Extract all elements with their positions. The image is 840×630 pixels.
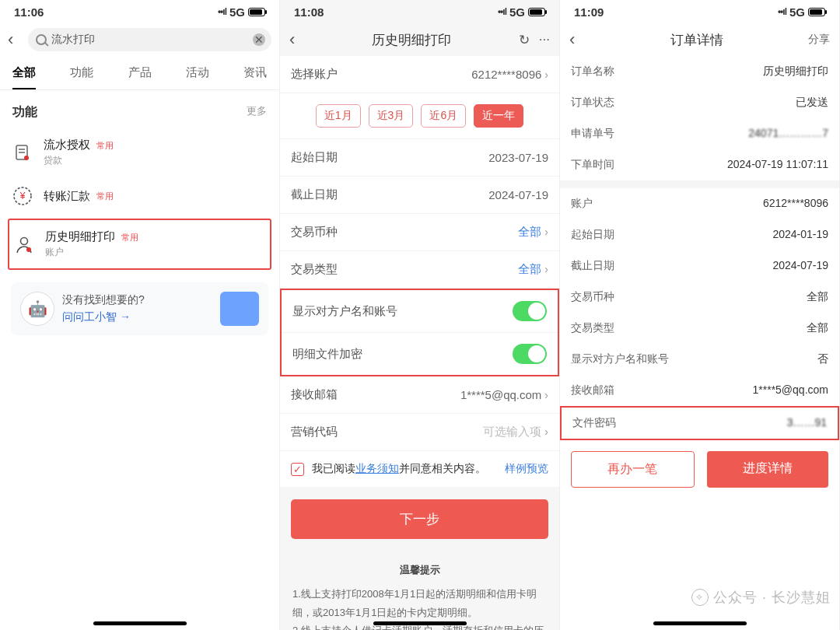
currency-value: 全部 <box>518 225 541 238</box>
more-link[interactable]: 更多 <box>247 104 267 121</box>
row-show-counter: 显示对方户名和账号 <box>282 290 558 333</box>
chevron-right-icon: › <box>544 68 548 81</box>
assistant-card[interactable]: 🤖 没有找到想要的? 问问工小智 → <box>11 282 268 335</box>
email-label: 接收邮箱 <box>291 387 338 402</box>
terms-link[interactable]: 业务须知 <box>355 462 399 474</box>
tab-news[interactable]: 资讯 <box>243 58 267 89</box>
bot-icon: 🤖 <box>20 292 54 326</box>
kv-key: 起始日期 <box>571 228 614 242</box>
assist-link[interactable]: 问问工小智 → <box>62 310 145 324</box>
status-bar: 11:06 ••ıl 5G <box>0 0 279 23</box>
back-icon[interactable]: ‹ <box>289 30 305 50</box>
kv-key: 下单时间 <box>571 158 614 172</box>
search-input[interactable]: 流水打印 ✕ <box>28 28 271 51</box>
list-item[interactable]: ¥ 转账汇款常用 <box>0 177 279 215</box>
kv-value: 已发送 <box>796 96 828 110</box>
pwd-label: 文件密码 <box>572 416 616 430</box>
start-value: 2023-07-19 <box>488 151 548 164</box>
kv-value: 6212****8096 <box>763 197 828 211</box>
toggle-show-counter[interactable] <box>513 301 547 321</box>
toggle-encrypt[interactable] <box>513 344 547 364</box>
home-indicator <box>93 621 187 625</box>
kv-row: 起始日期2024-01-19 <box>560 219 839 250</box>
kv-row: 交易类型全部 <box>560 313 839 344</box>
signal-icon: ••ıl <box>218 6 226 17</box>
assist-card-icon <box>220 292 259 326</box>
more-icon[interactable]: ··· <box>539 32 550 48</box>
network-label: 5G <box>789 5 805 19</box>
home-indicator <box>373 621 467 625</box>
share-button[interactable]: 分享 <box>808 33 830 47</box>
kv-value: 全部 <box>807 321 828 335</box>
kv-value: 2024-07-19 11:07:11 <box>727 158 828 172</box>
pwd-value: 3……91 <box>787 416 827 430</box>
transfer-icon: ¥ <box>12 186 33 206</box>
back-icon[interactable]: ‹ <box>8 30 23 50</box>
signal-icon: ••ıl <box>498 6 506 17</box>
page-header: ‹ 历史明细打印 ↻ ··· <box>280 23 559 56</box>
svg-point-7 <box>26 247 31 252</box>
start-label: 起始日期 <box>291 150 338 165</box>
kv-row: 显示对方户名和账号否 <box>560 344 839 375</box>
date-range-chips: 近1月 近3月 近6月 近一年 <box>280 93 559 139</box>
kv-key: 申请单号 <box>571 127 614 141</box>
agree-checkbox[interactable]: ✓ <box>291 463 304 476</box>
row-promo[interactable]: 营销代码 可选输入项› <box>280 414 559 451</box>
chip-3m[interactable]: 近3月 <box>369 104 414 128</box>
kv-key: 显示对方户名和账号 <box>571 352 669 366</box>
status-bar: 11:09 ••ıl 5G <box>560 0 839 23</box>
list-item-history-print[interactable]: 历史明细打印常用 账户 <box>9 220 270 268</box>
common-tag: 常用 <box>96 191 114 201</box>
search-icon <box>36 34 47 45</box>
tab-activity[interactable]: 活动 <box>186 58 209 89</box>
again-button[interactable]: 再办一笔 <box>571 451 695 488</box>
signal-icon: ••ıl <box>778 6 786 17</box>
tab-function[interactable]: 功能 <box>70 58 93 89</box>
kv-value: 24071…………7 <box>748 127 828 141</box>
status-time: 11:09 <box>574 5 604 19</box>
highlight-box: 历史明细打印常用 账户 <box>8 219 271 270</box>
clear-icon[interactable]: ✕ <box>253 33 265 46</box>
tab-all[interactable]: 全部 <box>12 58 36 89</box>
page-title: 订单详情 <box>585 31 808 49</box>
next-button[interactable]: 下一步 <box>291 499 548 539</box>
row-encrypt: 明细文件加密 <box>282 333 558 375</box>
refresh-icon[interactable]: ↻ <box>519 32 530 48</box>
back-icon[interactable]: ‹ <box>569 30 585 50</box>
kv-row: 截止日期2024-07-19 <box>560 250 839 282</box>
item-name: 历史明细打印 <box>45 229 115 243</box>
pane-order-detail: 11:09 ••ıl 5G ‹ 订单详情 分享 订单名称历史明细打印 订单状态已… <box>560 0 840 630</box>
row-email[interactable]: 接收邮箱 1****5@qq.com› <box>280 376 559 414</box>
home-indicator <box>653 621 747 625</box>
promo-label: 营销代码 <box>291 425 338 439</box>
section-header: 功能 更多 <box>0 90 279 128</box>
item-name: 转账汇款 <box>44 189 90 202</box>
common-tag: 常用 <box>96 141 114 150</box>
row-start-date[interactable]: 起始日期 2023-07-19 <box>280 139 559 177</box>
progress-button[interactable]: 进度详情 <box>707 451 829 488</box>
chip-1y[interactable]: 近一年 <box>474 104 523 128</box>
watermark: ✧ 公众号 · 长沙慧姐 <box>691 588 831 607</box>
item-name: 流水授权 <box>44 138 90 151</box>
currency-label: 交易币种 <box>291 225 338 240</box>
chip-6m[interactable]: 近6月 <box>421 104 466 128</box>
list-item[interactable]: 流水授权常用 贷款 <box>0 128 279 177</box>
account-label: 选择账户 <box>291 67 338 82</box>
row-account[interactable]: 选择账户 6212****8096› <box>280 56 559 93</box>
tab-product[interactable]: 产品 <box>128 58 152 89</box>
row-txtype[interactable]: 交易类型 全部› <box>280 251 559 289</box>
sample-link[interactable]: 样例预览 <box>505 462 548 476</box>
svg-point-3 <box>24 156 29 160</box>
kv-row: 接收邮箱1****5@qq.com <box>560 375 839 406</box>
page-header: ‹ 订单详情 分享 <box>560 23 839 56</box>
row-currency[interactable]: 交易币种 全部› <box>280 214 559 251</box>
chip-1m[interactable]: 近1月 <box>316 104 361 128</box>
row-agree: ✓ 我已阅读业务须知并同意相关内容。 样例预览 <box>280 451 559 487</box>
kv-row: 交易币种全部 <box>560 282 839 313</box>
highlight-toggles: 显示对方户名和账号 明细文件加密 <box>280 289 559 376</box>
kv-value: 2024-01-19 <box>772 228 828 242</box>
row-end-date[interactable]: 截止日期 2024-07-19 <box>280 177 559 214</box>
watermark-text: 公众号 · 长沙慧姐 <box>713 588 831 607</box>
battery-icon <box>248 8 265 16</box>
txtype-label: 交易类型 <box>291 262 338 277</box>
